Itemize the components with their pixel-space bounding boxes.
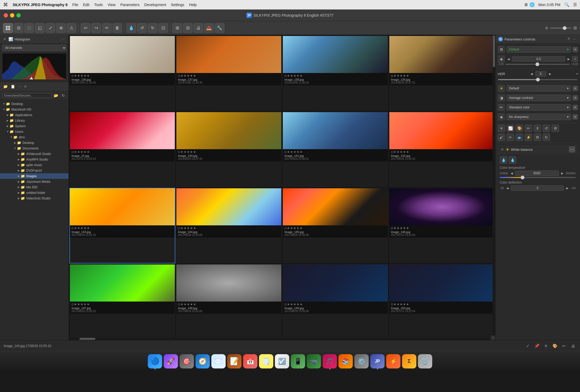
tool-fish-btn[interactable]: 🐟: [516, 134, 523, 141]
color-dropdown[interactable]: Standard color ▾: [507, 104, 571, 111]
view-compare-btn[interactable]: ◱: [35, 23, 44, 33]
print-btn[interactable]: 🖨: [194, 23, 203, 33]
menu-parameters[interactable]: Parameters: [120, 3, 139, 7]
tree-item-anymp4-studio[interactable]: ▶📁AnyMP4 Studio: [0, 157, 69, 162]
rating-circle-img_138[interactable]: [284, 75, 287, 77]
dock-mission-control[interactable]: 🎯: [180, 354, 194, 368]
export-btn[interactable]: ⊟: [183, 23, 193, 33]
search-icon[interactable]: 🔍: [564, 2, 569, 7]
tree-item-untitled-folder[interactable]: ▶📁untitled folder: [0, 190, 69, 195]
tree-item-videosolo-studio[interactable]: ▶📁VideoSolo Studio: [0, 195, 69, 201]
grid-scrollbar-thumb[interactable]: [493, 35, 495, 67]
dock-system-prefs[interactable]: ⚙️: [354, 354, 369, 368]
menu-file[interactable]: File: [72, 3, 78, 7]
tree-item-applications[interactable]: ▶📁Applications: [0, 112, 69, 118]
dock-stickies[interactable]: 🗒️: [259, 354, 273, 368]
tool-curve-btn[interactable]: 📈: [507, 125, 514, 132]
wb-eyedropper2-btn[interactable]: 💧: [509, 156, 516, 164]
rating-circle-img_141[interactable]: [284, 151, 287, 153]
tool-wand-btn[interactable]: ⚡: [525, 134, 532, 141]
menu-tools[interactable]: Tools: [94, 3, 103, 7]
menu-development[interactable]: Development: [144, 3, 166, 7]
status-print2-btn[interactable]: 🖨: [569, 343, 576, 349]
image-cell-img_144[interactable]: ★★★★★Image_144.jpg2017/08/28 15:55:09: [176, 188, 282, 263]
batch-btn[interactable]: ⊞: [172, 23, 182, 33]
tree-item-macintosh-hd[interactable]: ▼📁Macintosh HD: [0, 107, 69, 112]
share-btn[interactable]: 📤: [204, 23, 214, 33]
channel-select[interactable]: All channels: [2, 45, 66, 51]
develop-btn[interactable]: ✏: [102, 23, 111, 33]
rating-circle-img_145[interactable]: [284, 227, 287, 229]
tools-btn[interactable]: 🔧: [215, 23, 224, 33]
tool-brush-btn[interactable]: 🖌: [498, 134, 505, 141]
tree-item-aplle-music[interactable]: ▶📁aplle music: [0, 162, 69, 168]
dock-facetime[interactable]: 📱: [291, 354, 305, 368]
tool-noise-btn[interactable]: Ⅱ: [534, 125, 541, 132]
color-temp-value[interactable]: 6500: [515, 171, 559, 176]
view-single-btn[interactable]: □: [24, 23, 34, 33]
rotate-right-btn[interactable]: ↻: [148, 23, 157, 33]
minimize-button[interactable]: [10, 13, 14, 17]
exposure-slider-track[interactable]: [505, 64, 570, 65]
dock-calendar[interactable]: 📅: [243, 354, 257, 368]
exposure-left-btn[interactable]: ◀: [506, 57, 511, 61]
view-filmstrip-btn[interactable]: ⊟: [14, 23, 23, 33]
exposure-right-btn[interactable]: ▶: [566, 57, 571, 61]
rating-circle-img_142[interactable]: [391, 151, 393, 153]
tree-item-system[interactable]: ▶📁System: [0, 123, 69, 129]
image-cell-img_147[interactable]: ★★★★★Image_147.jpg2017/08/28 15:55:10: [69, 264, 175, 340]
dock-finder[interactable]: 🔵: [148, 354, 162, 368]
menu-view[interactable]: View: [108, 3, 115, 7]
status-undo2-btn[interactable]: ↩: [560, 343, 567, 349]
color-add-btn[interactable]: +: [573, 105, 578, 110]
rating-circle-img_148[interactable]: [178, 303, 180, 306]
contrast-add-btn[interactable]: +: [573, 95, 578, 101]
color-temp-right-btn[interactable]: ▶: [560, 171, 565, 176]
dock-trash[interactable]: 🗑️: [418, 354, 432, 368]
fb-add-btn[interactable]: 📁: [2, 83, 8, 90]
image-cell-img_150[interactable]: ★★★★★Image_150.jpg2017/07/12 19:22:54: [389, 264, 495, 340]
hdr-left-btn[interactable]: ◀: [529, 71, 534, 76]
tree-item-4videosoft-studio[interactable]: ▶📁4Videosoft Studio: [0, 151, 69, 157]
zoom-btn[interactable]: ⊕: [56, 23, 66, 33]
dock-facetime2[interactable]: 📹: [307, 354, 321, 368]
dock-topaz[interactable]: ⚡: [386, 354, 400, 368]
menu-edit[interactable]: Edit: [83, 3, 90, 7]
dock-notes[interactable]: 📝: [227, 354, 242, 368]
wb-close-btn[interactable]: ✕: [500, 147, 505, 152]
dock-safari[interactable]: 🧭: [195, 354, 210, 368]
dock-silkypix[interactable]: JP: [370, 354, 385, 368]
tone-dropdown[interactable]: Default ▾: [507, 85, 571, 92]
rating-circle-img_149[interactable]: [284, 303, 287, 306]
warning-btn[interactable]: ⚠: [67, 23, 76, 33]
rating-circle-img_14[interactable]: [72, 151, 74, 153]
fb-note-btn[interactable]: 📋: [10, 83, 16, 90]
rating-circle-img_147[interactable]: [72, 303, 74, 306]
image-cell-img_146[interactable]: ★★★★★Image_146.jpg2017/07/12 19:22:54: [389, 188, 495, 263]
redo-btn[interactable]: ↪: [91, 23, 101, 33]
status-color-btn[interactable]: 🎨: [551, 343, 558, 349]
tree-item-joyoshare-media[interactable]: ▶📁Joyoshare Media: [0, 179, 69, 184]
tree-item-documents[interactable]: ▼📁Documents: [0, 145, 69, 151]
wb-header[interactable]: ✕ ☀ White balance ⋯: [498, 145, 578, 154]
undo-btn[interactable]: ↩: [81, 23, 90, 33]
tool-rotate2-btn[interactable]: ↻: [543, 134, 550, 141]
dock-math[interactable]: Σ: [402, 354, 416, 368]
tree-item-mix-650[interactable]: ▶📁Mix 650: [0, 184, 69, 190]
color-defl-value[interactable]: 3: [511, 185, 564, 191]
status-check-btn[interactable]: ✓: [524, 343, 531, 349]
delete-btn[interactable]: 🗑: [113, 23, 122, 33]
image-cell-img_137[interactable]: ★★★★★Image_137.jpg2014/11/09 11:35:35: [176, 35, 282, 111]
tree-item-users[interactable]: ▼📁Users: [0, 129, 69, 134]
tree-item-dmx[interactable]: ▼📁dmx: [0, 134, 69, 140]
image-cell-img_142[interactable]: ★★★★★Image_142.jpg2017/08/28 15:55:15: [389, 112, 495, 187]
dock-mail[interactable]: ✉️: [211, 354, 226, 368]
hdr-slider-track[interactable]: [498, 79, 577, 80]
tool-adjust-btn[interactable]: ⚙: [534, 134, 541, 141]
fb-close-btn[interactable]: ✕: [23, 84, 28, 89]
sharpness-dropdown[interactable]: No sharpness ▾: [507, 114, 571, 120]
resize-corner[interactable]: ⊡: [490, 335, 495, 340]
tone-add-btn[interactable]: +: [573, 86, 578, 91]
fb-expand-btn[interactable]: ⋯: [17, 84, 22, 89]
color-temp-slider-track[interactable]: [500, 177, 576, 178]
